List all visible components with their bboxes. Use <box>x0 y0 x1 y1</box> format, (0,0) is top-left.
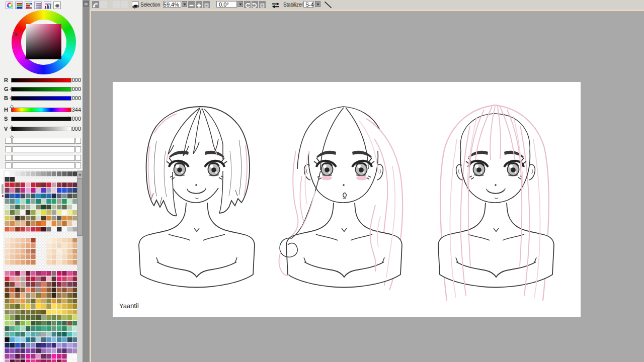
svg-text:Yaantii: Yaantii <box>119 302 139 310</box>
